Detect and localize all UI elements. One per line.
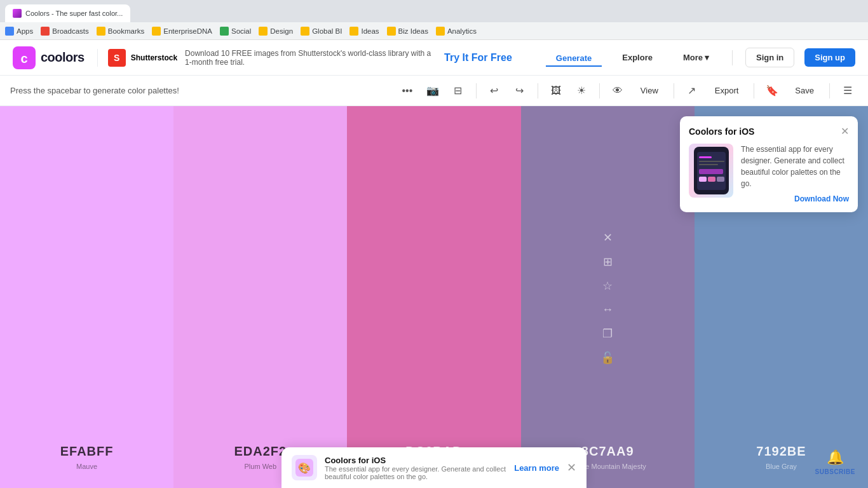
tab-favicon [13,9,22,18]
bookmark-globalbi[interactable]: Global BI [301,27,342,36]
browser-chrome: Coolors - The super fast color... [0,0,868,22]
chevron-down-icon: ▾ [705,53,709,62]
toolbar-sep-6 [829,83,830,98]
bookmark-bar: Apps Broadcasts Bookmarks EnterpriseDNA … [0,22,868,40]
lock-color-icon[interactable]: 🔓 [600,350,614,364]
bookmark-enterprisedna-label: EnterpriseDNA [163,27,212,35]
ios-banner-icon: 🎨 [295,459,313,477]
brightness-icon: ☀ [577,85,586,97]
color-swatch-1[interactable]: EFABFF Mauve [0,106,173,488]
bookmark-social[interactable]: Social [220,27,251,36]
bottom-banner-title: Coolors for iOS [325,456,506,465]
subscribe-label[interactable]: SUBSCRIBE [815,468,855,475]
bottom-banner-close-button[interactable]: ✕ [567,461,576,475]
favorite-color-icon[interactable]: ☆ [602,278,613,292]
bookmark-broadcasts[interactable]: Broadcasts [41,27,89,36]
svg-rect-9 [708,177,715,182]
color-swatch-2[interactable]: EDA2F2 Plum Web [173,106,347,488]
grid-color-icon[interactable]: ⊞ [603,254,613,268]
generate-nav-button[interactable]: Generate [546,49,602,67]
nav-separator [732,50,733,65]
explore-nav-button[interactable]: Explore [612,48,663,67]
bookmark-ideas-label: Ideas [361,27,379,35]
ios-popup-image [689,144,733,198]
ios-popup-close-button[interactable]: ✕ [841,125,849,137]
save-button[interactable]: Save [787,83,822,98]
svg-rect-10 [717,177,724,182]
move-color-icon[interactable]: ↔ [602,302,613,316]
shutterstock-logo: S [108,49,126,67]
undo-icon: ↩ [490,85,498,97]
bottom-banner-learn-more[interactable]: Learn more [514,463,559,473]
bookmark-analytics[interactable]: Analytics [436,27,477,36]
image-adjust-icon: 🖼 [551,85,561,97]
analytics-bm-icon [436,27,445,36]
undo-button[interactable]: ↩ [484,81,505,101]
save-label: Save [795,86,814,95]
bookmark-button[interactable]: 🔖 [762,81,782,101]
delete-color-icon[interactable]: ✕ [603,230,613,244]
ios-popup-header: Coolors for iOS ✕ [689,125,849,137]
shutterstock-cta-link[interactable]: Try It For Free [444,52,512,64]
toolbar-sep-4 [674,83,674,98]
layout-button[interactable]: ⊟ [448,81,468,101]
redo-button[interactable]: ↪ [510,81,530,101]
browser-tabs: Coolors - The super fast color... [5,0,130,22]
svg-rect-4 [699,156,712,158]
eye-button[interactable]: 👁 [607,81,628,101]
copy-color-icon[interactable]: ❐ [602,326,613,340]
color-actions: ✕ ⊞ ☆ ↔ ❐ 🔓 [600,230,614,364]
shutterstock-banner: S Shutterstock Download 10 FREE images f… [97,49,512,67]
bookmark-ideas[interactable]: Ideas [349,27,379,36]
export-button[interactable]: Export [707,83,747,98]
ios-popup-text-area: The essential app for every designer. Ge… [741,144,849,203]
menu-button[interactable]: ☰ [837,81,858,101]
toolbar: Press the spacebar to generate color pal… [0,76,868,106]
image-adjust-button[interactable]: 🖼 [546,81,566,101]
apps-bm-icon [5,27,14,36]
bottom-banner: 🎨 Coolors for iOS The essential app for … [281,447,587,488]
bookmark-design-label: Design [270,27,293,35]
bookmark-bookmarks[interactable]: Bookmarks [97,27,145,36]
more-nav-button[interactable]: More ▾ [673,48,719,67]
logo-text: coolors [41,50,85,65]
bookmark-analytics-label: Analytics [447,27,477,35]
color-name-2: Plum Web [245,463,277,470]
globalbi-bm-icon [301,27,309,36]
signin-button[interactable]: Sign in [745,48,794,67]
color-hex-1: EFABFF [60,444,114,459]
toolbar-sep-1 [476,83,477,98]
signup-button[interactable]: Sign up [804,48,855,67]
svg-text:c: c [20,51,27,65]
share-icon: ↗ [688,85,696,97]
color-swatch-3[interactable]: DC6BAD Super Pink [347,106,520,488]
bottom-banner-subtitle: The essential app for every designer. Ge… [325,465,506,480]
bookmark-bookmarks-label: Bookmarks [108,27,145,35]
palette-area: EFABFF Mauve EDA2F2 Plum Web DC6BAD Supe… [0,106,868,488]
bookmark-social-label: Social [231,27,251,35]
bookmark-apps[interactable]: Apps [5,27,33,36]
share-button[interactable]: ↗ [682,81,702,101]
bookmark-enterprisedna[interactable]: EnterpriseDNA [152,27,212,36]
view-button[interactable]: View [633,83,666,98]
camera-icon: 📷 [426,85,439,97]
bookmark-design[interactable]: Design [259,27,293,36]
toolbar-sep-2 [538,83,538,98]
bookmark-broadcasts-label: Broadcasts [52,27,89,35]
logo[interactable]: c coolors [13,46,85,69]
camera-button[interactable]: 📷 [423,81,443,101]
ios-popup-download-link[interactable]: Download Now [741,194,849,203]
color-name-1: Mauve [76,463,97,470]
color-swatch-4[interactable]: ✕ ⊞ ☆ ↔ ❐ 🔓 8C7AA9 Purple Mountain Majes… [521,106,695,488]
svg-rect-7 [699,169,723,174]
more-options-button[interactable]: ••• [397,81,417,101]
ideas-bm-icon [349,27,358,36]
redo-icon: ↪ [515,85,524,97]
export-label: Export [715,86,739,95]
bookmark-bizideas[interactable]: Biz Ideas [387,27,428,36]
design-bm-icon [259,27,268,36]
active-tab[interactable]: Coolors - The super fast color... [5,4,130,22]
logo-icon: c [13,46,36,69]
ios-popup: Coolors for iOS ✕ [680,116,858,212]
brightness-button[interactable]: ☀ [571,81,592,101]
